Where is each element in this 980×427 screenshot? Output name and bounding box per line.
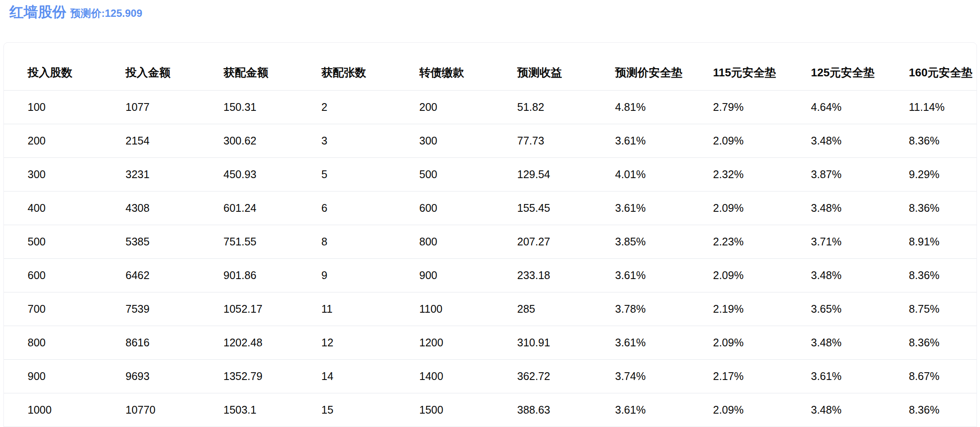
table-cell: 8.36% (885, 191, 977, 225)
table-cell: 900 (396, 258, 493, 292)
page-header: 红墙股份 预测价:125.909 (9, 3, 142, 22)
table-cell: 8.75% (885, 292, 977, 326)
table-cell: 8.36% (885, 124, 977, 157)
table-cell: 8616 (102, 326, 200, 359)
table-cell: 3.78% (591, 292, 689, 326)
table-cell: 1000 (4, 393, 102, 427)
table-cell: 1352.79 (200, 359, 298, 393)
table-cell: 8.36% (885, 393, 977, 427)
table-cell: 500 (4, 225, 102, 258)
table-row: 2002154300.62330077.733.61%2.09%3.48%8.3… (4, 124, 977, 157)
table-cell: 5 (298, 157, 396, 191)
header-cell: 转债缴款 (396, 56, 493, 90)
table-cell: 500 (396, 157, 493, 191)
header-cell: 投入金额 (102, 56, 200, 90)
header-cell: 预测价安全垫 (591, 56, 689, 90)
table-cell: 3.74% (591, 359, 689, 393)
table-cell: 2.23% (689, 225, 787, 258)
table-cell: 6462 (102, 258, 200, 292)
table-row: 4004308601.246600155.453.61%2.09%3.48%8.… (4, 191, 977, 225)
table-cell: 300 (396, 124, 493, 157)
table-cell: 3.48% (787, 326, 885, 359)
table-cell: 900 (4, 359, 102, 393)
table-cell: 3 (298, 124, 396, 157)
table-cell: 1500 (396, 393, 493, 427)
header-cell: 获配张数 (298, 56, 396, 90)
table-cell: 4.01% (591, 157, 689, 191)
table-body: 1001077150.31220051.824.81%2.79%4.64%11.… (4, 90, 977, 427)
table-cell: 1503.1 (200, 393, 298, 427)
header-cell: 160元安全垫 (885, 56, 977, 90)
table-cell: 3.61% (787, 359, 885, 393)
table-cell: 8 (298, 225, 396, 258)
table-cell: 2.09% (689, 124, 787, 157)
table-cell: 9693 (102, 359, 200, 393)
table-cell: 2154 (102, 124, 200, 157)
table-cell: 2.09% (689, 258, 787, 292)
table-cell: 751.55 (200, 225, 298, 258)
table-cell: 601.24 (200, 191, 298, 225)
table-cell: 600 (396, 191, 493, 225)
allocation-table-card: 投入股数投入金额获配金额获配张数转债缴款预测收益预测价安全垫115元安全垫125… (3, 42, 977, 427)
table-cell: 7539 (102, 292, 200, 326)
table-header-row: 投入股数投入金额获配金额获配张数转债缴款预测收益预测价安全垫115元安全垫125… (4, 56, 977, 90)
table-cell: 2.17% (689, 359, 787, 393)
table-cell: 4.81% (591, 90, 689, 124)
table-cell: 362.72 (493, 359, 591, 393)
table-cell: 14 (298, 359, 396, 393)
table-cell: 8.36% (885, 258, 977, 292)
table-cell: 9 (298, 258, 396, 292)
table-cell: 3.48% (787, 124, 885, 157)
table-cell: 3.48% (787, 258, 885, 292)
table-row: 90096931352.79141400362.723.74%2.17%3.61… (4, 359, 977, 393)
table-cell: 1100 (396, 292, 493, 326)
table-cell: 1200 (396, 326, 493, 359)
table-cell: 285 (493, 292, 591, 326)
table-cell: 2 (298, 90, 396, 124)
table-cell: 3.71% (787, 225, 885, 258)
table-cell: 100 (4, 90, 102, 124)
header-cell: 125元安全垫 (787, 56, 885, 90)
table-cell: 10770 (102, 393, 200, 427)
table-cell: 9.29% (885, 157, 977, 191)
table-cell: 207.27 (493, 225, 591, 258)
table-cell: 3.48% (787, 393, 885, 427)
table-cell: 15 (298, 393, 396, 427)
table-cell: 51.82 (493, 90, 591, 124)
predicted-price-label: 预测价:125.909 (70, 6, 142, 20)
table-cell: 2.09% (689, 393, 787, 427)
header-cell: 预测收益 (493, 56, 591, 90)
table-cell: 12 (298, 326, 396, 359)
table-row: 80086161202.48121200310.913.61%2.09%3.48… (4, 326, 977, 359)
table-cell: 450.93 (200, 157, 298, 191)
stock-name-title: 红墙股份 (9, 3, 66, 22)
table-cell: 300.62 (200, 124, 298, 157)
table-row: 1000107701503.1151500388.633.61%2.09%3.4… (4, 393, 977, 427)
header-cell: 投入股数 (4, 56, 102, 90)
table-cell: 3.61% (591, 393, 689, 427)
table-cell: 5385 (102, 225, 200, 258)
table-cell: 400 (4, 191, 102, 225)
header-cell: 115元安全垫 (689, 56, 787, 90)
table-cell: 155.45 (493, 191, 591, 225)
table-cell: 200 (396, 90, 493, 124)
table-cell: 129.54 (493, 157, 591, 191)
table-row: 5005385751.558800207.273.85%2.23%3.71%8.… (4, 225, 977, 258)
table-scroll-area[interactable]: 投入股数投入金额获配金额获配张数转债缴款预测收益预测价安全垫115元安全垫125… (4, 43, 977, 427)
table-cell: 3.61% (591, 326, 689, 359)
table-row: 1001077150.31220051.824.81%2.79%4.64%11.… (4, 90, 977, 124)
table-cell: 3.48% (787, 191, 885, 225)
table-cell: 11 (298, 292, 396, 326)
table-cell: 8.67% (885, 359, 977, 393)
table-cell: 2.09% (689, 191, 787, 225)
table-cell: 8.91% (885, 225, 977, 258)
table-cell: 600 (4, 258, 102, 292)
table-cell: 800 (396, 225, 493, 258)
allocation-table: 投入股数投入金额获配金额获配张数转债缴款预测收益预测价安全垫115元安全垫125… (4, 56, 977, 427)
table-cell: 3.61% (591, 191, 689, 225)
table-cell: 6 (298, 191, 396, 225)
table-cell: 2.32% (689, 157, 787, 191)
table-cell: 3.87% (787, 157, 885, 191)
table-cell: 233.18 (493, 258, 591, 292)
table-cell: 800 (4, 326, 102, 359)
